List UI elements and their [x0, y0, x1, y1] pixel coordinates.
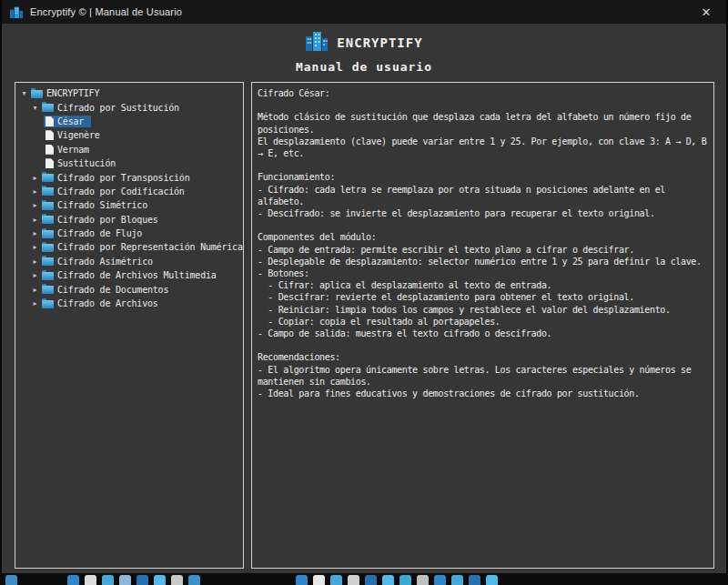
folder-icon: [42, 230, 54, 238]
taskbar-icon[interactable]: [296, 575, 308, 585]
tree-item-row: Cifrado de Archivos: [40, 298, 166, 309]
document-icon: [46, 145, 54, 155]
tree-item-row: Cifrado por Representación Numérica: [40, 241, 244, 253]
tree-item-row: Cifrado por Sustitución: [40, 102, 187, 114]
folder-icon: [42, 187, 54, 196]
tree-item-cifrado-de-archivos[interactable]: ▸Cifrado de Archivos: [15, 297, 243, 310]
taskbar-icon[interactable]: [417, 575, 429, 585]
tree-item-label: Cifrado de Archivos Multimedia: [57, 270, 217, 280]
manual-content[interactable]: Cifrado César: Método clásico de sustitu…: [251, 82, 714, 569]
folder-icon: [42, 244, 54, 252]
tree-item-cifrado-asimetrico[interactable]: ▸Cifrado Asimétrico: [15, 255, 243, 268]
tree-item-cesar[interactable]: César: [15, 115, 243, 128]
taskbar-icon[interactable]: [469, 575, 480, 585]
taskbar-icon[interactable]: [154, 575, 166, 585]
tree-item-cifrado-por-codificacion[interactable]: ▸Cifrado por Codificación: [15, 185, 243, 198]
taskbar-icon[interactable]: [171, 575, 183, 585]
tree-item-vernam[interactable]: Vernam: [15, 143, 243, 156]
folder-icon: [42, 300, 54, 308]
tree-item-cifrado-por-representacion-numerica[interactable]: ▸Cifrado por Representación Numérica: [15, 240, 243, 254]
tree-item-label: Vernam: [57, 145, 89, 155]
chevron-right-icon[interactable]: ▸: [30, 187, 40, 196]
tree-item-cifrado-de-flujo[interactable]: ▸Cifrado de Flujo: [15, 227, 243, 240]
tree-item-row: César: [44, 116, 91, 127]
taskbar-icon[interactable]: [382, 575, 394, 585]
document-icon: [46, 130, 54, 140]
taskbar-icon[interactable]: [313, 575, 325, 585]
chevron-right-icon[interactable]: ▸: [30, 299, 40, 308]
folder-icon: [42, 216, 54, 224]
tree-item-cifrado-por-sustitucion[interactable]: ▾Cifrado por Sustitución: [15, 100, 243, 114]
taskbar-icon[interactable]: [5, 575, 17, 585]
taskbar-icon[interactable]: [102, 575, 114, 585]
taskbar-icon[interactable]: [451, 575, 463, 585]
tree-item-label: Cifrado por Transposición: [57, 173, 190, 183]
taskbar-icon[interactable]: [67, 575, 79, 585]
tree-item-row: ENCRYPTIFY: [29, 87, 106, 99]
titlebar: Encryptify © | Manual de Usuario ✕: [2, 0, 726, 24]
taskbar-icon[interactable]: [365, 575, 377, 585]
taskbar-icon[interactable]: [119, 575, 131, 585]
tree-item-row: Cifrado Asimétrico: [40, 256, 160, 267]
taskbar-icon[interactable]: [399, 575, 411, 585]
tree-item-label: Cifrado por Codificación: [57, 187, 185, 197]
chevron-down-icon[interactable]: ▾: [30, 104, 40, 112]
chevron-right-icon[interactable]: ▸: [30, 286, 40, 294]
window-title: Encryptify © | Manual de Usuario: [30, 6, 182, 17]
taskbar-icon[interactable]: [136, 575, 148, 585]
tree-item-cifrado-por-bloques[interactable]: ▸Cifrado por Bloques: [15, 213, 243, 227]
manual-tree[interactable]: ▾ENCRYPTIFY▾Cifrado por SustituciónCésar…: [15, 82, 244, 569]
folder-icon: [42, 104, 54, 112]
chevron-right-icon[interactable]: ▸: [30, 243, 40, 251]
tree-item-label: Cifrado de Documentos: [57, 285, 168, 295]
taskbar-icon[interactable]: [330, 575, 342, 585]
tree-item-cifrado-de-archivos-multimedia[interactable]: ▸Cifrado de Archivos Multimedia: [15, 268, 243, 282]
close-button[interactable]: ✕: [686, 0, 726, 24]
tree-item-label: Cifrado Asimétrico: [57, 257, 153, 267]
app-window: Encryptify © | Manual de Usuario ✕: [0, 0, 728, 573]
folder-icon: [31, 90, 43, 98]
chevron-right-icon[interactable]: ▸: [30, 271, 40, 279]
tree-item-cifrado-de-documentos[interactable]: ▸Cifrado de Documentos: [15, 282, 243, 296]
taskbar-icon[interactable]: [434, 575, 446, 585]
tree-item-row: Cifrado por Codificación: [40, 186, 192, 197]
chevron-right-icon[interactable]: ▸: [30, 201, 40, 209]
document-icon: [46, 116, 54, 126]
chevron-right-icon[interactable]: ▸: [30, 257, 40, 266]
tree-item-label: Vigenère: [57, 130, 100, 140]
content-text: Cifrado César: Método clásico de sustitu…: [258, 87, 711, 399]
tree-item-label: Cifrado de Archivos: [57, 298, 158, 308]
tree-item-cifrado-por-transposicion[interactable]: ▸Cifrado por Transposición: [15, 170, 243, 184]
tree-item-label: Cifrado Simétrico: [57, 200, 147, 210]
tree-item-label: Cifrado por Sustitución: [57, 103, 179, 113]
app-name: ENCRYPTIFY: [337, 35, 422, 50]
app-logo-icon: [305, 31, 329, 55]
tree-item-row: Vigenère: [44, 129, 107, 141]
tree-item-encryptify[interactable]: ▾ENCRYPTIFY: [15, 86, 243, 100]
tree-item-row: Cifrado por Bloques: [40, 214, 166, 226]
taskbar-icon[interactable]: [85, 575, 96, 585]
tree-item-row: Vernam: [44, 144, 96, 156]
taskbar-icon[interactable]: [486, 575, 498, 585]
header: ENCRYPTIFY Manual de usuario: [2, 32, 726, 74]
chevron-right-icon[interactable]: ▸: [30, 216, 40, 224]
taskbar-icon[interactable]: [188, 575, 200, 585]
chevron-down-icon[interactable]: ▾: [19, 89, 29, 97]
tree-item-label: Cifrado por Representación Numérica: [57, 242, 243, 252]
folder-icon: [42, 174, 54, 182]
tree-item-row: Cifrado por Transposición: [40, 172, 197, 184]
taskbar-icon[interactable]: [348, 575, 359, 585]
brand: ENCRYPTIFY: [2, 32, 726, 54]
folder-icon: [42, 257, 54, 266]
chevron-right-icon[interactable]: ▸: [30, 174, 40, 182]
tree-item-vigenere[interactable]: Vigenère: [15, 128, 243, 142]
tree-item-row: Cifrado de Archivos Multimedia: [40, 269, 224, 281]
tree-item-row: Sustitución: [44, 157, 123, 169]
folder-icon: [42, 286, 54, 294]
taskbar: [0, 573, 728, 585]
tree-item-sustitucion[interactable]: Sustitución: [15, 156, 243, 170]
tree-item-row: Cifrado Simétrico: [40, 199, 155, 211]
tree-item-cifrado-simetrico[interactable]: ▸Cifrado Simétrico: [15, 198, 243, 212]
document-icon: [46, 158, 54, 168]
chevron-right-icon[interactable]: ▸: [30, 229, 40, 237]
